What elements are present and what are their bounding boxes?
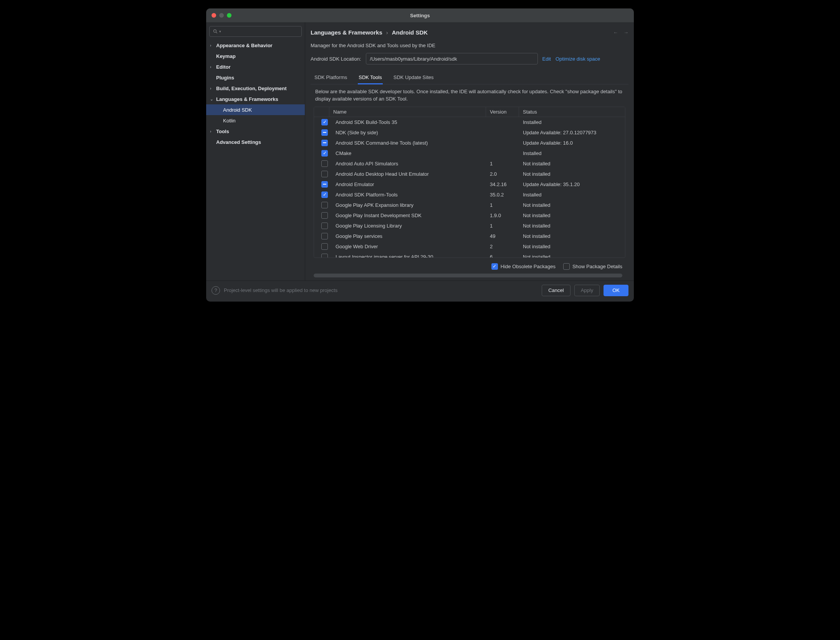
footer-message: Project-level settings will be applied t…	[224, 287, 538, 293]
sdk-location-label: Android SDK Location:	[311, 56, 361, 62]
sdk-location-row: Android SDK Location: /Users/masb0ymas/L…	[311, 53, 628, 64]
table-header: Name Version Status	[314, 107, 625, 117]
table-row[interactable]: ✓Android SDK Platform-Tools35.0.2Install…	[314, 190, 625, 200]
page-description: Manager for the Android SDK and Tools us…	[311, 43, 628, 48]
sidebar-item-label: Android SDK	[223, 107, 252, 113]
window-title: Settings	[206, 13, 634, 18]
help-text: Below are the available SDK developer to…	[315, 88, 624, 103]
table-row[interactable]: Google Web Driver2Not installed	[314, 241, 625, 252]
table-row[interactable]: Google Play APK Expansion library1Not in…	[314, 200, 625, 210]
table-body[interactable]: ✓Android SDK Build-Tools 35InstalledNDK …	[314, 117, 625, 257]
sidebar-item-plugins[interactable]: Plugins	[206, 72, 305, 83]
cell-status: Update Available: 16.0	[519, 138, 625, 148]
cell-status: Not installed	[519, 242, 625, 251]
sidebar-item-label: Advanced Settings	[216, 139, 261, 145]
checkbox-icon[interactable]	[321, 171, 328, 177]
column-status[interactable]: Status	[519, 107, 625, 117]
tab-sdk-platforms[interactable]: SDK Platforms	[314, 71, 348, 84]
checkbox-icon[interactable]	[321, 140, 328, 146]
optimize-link[interactable]: Optimize disk space	[556, 56, 600, 62]
sidebar-item-label: Keymap	[216, 53, 236, 59]
checkbox-icon[interactable]	[321, 129, 328, 136]
edit-link[interactable]: Edit	[542, 56, 551, 62]
table-row[interactable]: NDK (Side by side)Update Available: 27.0…	[314, 127, 625, 138]
sidebar-item-editor[interactable]: ›Editor	[206, 61, 305, 72]
checkbox-icon[interactable]	[321, 202, 328, 208]
sidebar-item-build-execution-deployment[interactable]: ›Build, Execution, Deployment	[206, 83, 305, 94]
search-input[interactable]: ▾	[209, 26, 302, 37]
column-name[interactable]: Name	[329, 107, 486, 117]
cell-name: Android Emulator	[333, 181, 374, 187]
sidebar-item-label: Build, Execution, Deployment	[216, 86, 286, 91]
cell-version: 49	[486, 231, 519, 241]
checkbox-icon: ✓	[491, 263, 498, 270]
breadcrumb: Languages & Frameworks › Android SDK	[311, 29, 428, 36]
sidebar-item-tools[interactable]: ›Tools	[206, 126, 305, 137]
chevron-right-icon: ›	[210, 86, 216, 91]
apply-button[interactable]: Apply	[574, 285, 600, 296]
table-row[interactable]: Google Play Licensing Library1Not instal…	[314, 221, 625, 231]
help-icon[interactable]: ?	[212, 286, 220, 295]
sdk-table: Name Version Status ✓Android SDK Build-T…	[314, 107, 625, 258]
checkbox-icon[interactable]	[321, 233, 328, 239]
breadcrumb-parent[interactable]: Languages & Frameworks	[311, 29, 382, 36]
ok-button[interactable]: OK	[604, 285, 628, 296]
checkbox-icon[interactable]: ✓	[321, 150, 328, 157]
nav-arrows: ← →	[613, 30, 628, 35]
cell-status: Not installed	[519, 159, 625, 168]
checkbox-icon[interactable]	[321, 181, 328, 188]
sidebar-item-keymap[interactable]: Keymap	[206, 51, 305, 61]
sidebar-item-label: Plugins	[216, 75, 234, 81]
table-row[interactable]: Google Play Instant Development SDK1.9.0…	[314, 210, 625, 221]
checkbox-icon[interactable]: ✓	[321, 119, 328, 125]
checkbox-icon[interactable]: ✓	[321, 191, 328, 198]
table-row[interactable]: ✓Android SDK Build-Tools 35Installed	[314, 117, 625, 127]
table-row[interactable]: Android Auto Desktop Head Unit Emulator2…	[314, 169, 625, 179]
cell-status: Not installed	[519, 231, 625, 241]
checkbox-icon[interactable]	[321, 254, 328, 257]
checkbox-icon[interactable]	[321, 243, 328, 250]
main-panel: Languages & Frameworks › Android SDK ← →…	[305, 22, 634, 280]
sidebar-item-android-sdk[interactable]: Android SDK	[206, 104, 305, 115]
table-row[interactable]: Layout Inspector image server for API 29…	[314, 252, 625, 257]
checkbox-icon[interactable]	[321, 160, 328, 167]
hide-obsolete-option[interactable]: ✓ Hide Obsolete Packages	[491, 263, 556, 270]
horizontal-scrollbar[interactable]	[314, 274, 625, 277]
sidebar-item-kotlin[interactable]: Kotlin	[206, 115, 305, 126]
cell-status: Not installed	[519, 169, 625, 179]
cell-version	[486, 130, 519, 134]
cell-status: Installed	[519, 117, 625, 127]
sidebar-item-languages-frameworks[interactable]: ⌄Languages & Frameworks	[206, 94, 305, 104]
table-row[interactable]: Google Play services49Not installed	[314, 231, 625, 241]
checkbox-icon[interactable]	[321, 212, 328, 219]
checkbox-icon[interactable]	[321, 223, 328, 229]
tab-sdk-tools[interactable]: SDK Tools	[358, 71, 382, 84]
show-details-option[interactable]: Show Package Details	[563, 263, 622, 270]
cell-version: 1	[486, 159, 519, 168]
sidebar-item-appearance-behavior[interactable]: ›Appearance & Behavior	[206, 40, 305, 51]
back-icon[interactable]: ←	[613, 30, 618, 35]
column-version[interactable]: Version	[486, 107, 519, 117]
sidebar-item-advanced-settings[interactable]: Advanced Settings	[206, 137, 305, 147]
cell-version	[486, 151, 519, 155]
table-row[interactable]: ✓CMakeInstalled	[314, 148, 625, 158]
chevron-right-icon: ›	[386, 29, 388, 36]
chevron-right-icon: ›	[210, 65, 216, 69]
sidebar-item-label: Editor	[216, 64, 231, 70]
cell-version: 34.2.16	[486, 180, 519, 189]
settings-tree: ›Appearance & BehaviorKeymap›EditorPlugi…	[206, 40, 305, 280]
sdk-location-input[interactable]: /Users/masb0ymas/Library/Android/sdk	[366, 53, 538, 64]
cell-name: Android SDK Build-Tools 35	[333, 119, 397, 125]
sidebar-item-label: Kotlin	[223, 118, 236, 124]
cancel-button[interactable]: Cancel	[542, 285, 570, 296]
table-row[interactable]: Android SDK Command-line Tools (latest)U…	[314, 138, 625, 148]
forward-icon[interactable]: →	[623, 30, 628, 35]
cell-version: 1	[486, 200, 519, 210]
table-row[interactable]: Android Emulator34.2.16Update Available:…	[314, 179, 625, 190]
sidebar-item-label: Languages & Frameworks	[216, 96, 278, 102]
table-row[interactable]: Android Auto API Simulators1Not installe…	[314, 158, 625, 169]
cell-status: Installed	[519, 190, 625, 200]
cell-version: 1	[486, 221, 519, 231]
tab-sdk-update-sites[interactable]: SDK Update Sites	[393, 71, 435, 84]
chevron-down-icon: ▾	[219, 30, 221, 33]
